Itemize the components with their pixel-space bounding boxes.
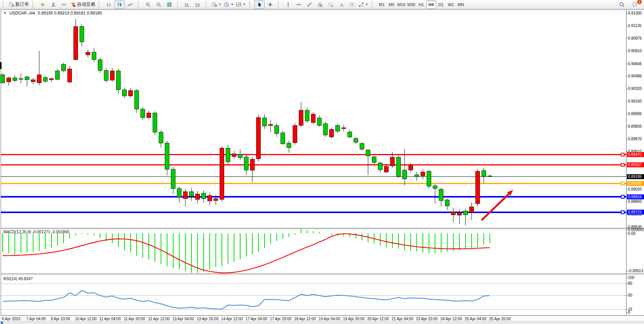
current-price-line-price-label: 0.89185 <box>627 174 644 179</box>
rsi-tick-label: 0 <box>628 310 630 314</box>
text-icon: A <box>339 2 344 7</box>
auto-scroll-icon <box>185 2 190 7</box>
toolbar-group-objects: EFAT▼ <box>282 0 371 9</box>
status-bar <box>0 321 644 324</box>
vertical-line-button[interactable] <box>283 0 293 9</box>
signals-button[interactable] <box>59 0 69 9</box>
horizontal-line-icon <box>296 2 301 7</box>
signals-icon <box>61 2 67 7</box>
tile-windows-button[interactable] <box>164 0 175 9</box>
templates-button[interactable]: ▼ <box>235 0 247 9</box>
tf-m30[interactable]: M30 <box>406 0 416 9</box>
market-watch-button[interactable] <box>37 0 48 9</box>
tf-m15[interactable]: M15 <box>397 0 406 9</box>
arrows-button[interactable]: ▼ <box>357 0 370 9</box>
connection-status-icon <box>1 322 3 324</box>
trendline-button[interactable] <box>304 0 315 9</box>
search-button[interactable] <box>617 0 627 9</box>
chevron-down-icon: ▼ <box>243 3 246 6</box>
support-line-2-price-label: 0.88723 <box>627 210 644 215</box>
price-tick-label: 0.91300 <box>628 11 642 15</box>
rsi-tick-label: 100 <box>628 276 634 280</box>
periods-icon <box>224 2 229 7</box>
price-tick-label: 0.89670 <box>628 137 642 141</box>
toolbar-grip <box>249 2 252 8</box>
price-tick-label: 0.89020 <box>628 187 642 191</box>
new-order-button[interactable]: 新订单 <box>8 0 30 9</box>
candlestick-button[interactable] <box>114 0 125 9</box>
tf-m5[interactable]: M5 <box>387 0 397 9</box>
notification-badge: 1 <box>637 0 642 5</box>
resistance-line-1-price-label: 0.89470 <box>627 152 644 157</box>
indicators-button[interactable]: ▼ <box>210 0 223 9</box>
horizontal-line-button[interactable] <box>293 0 304 9</box>
text-button[interactable]: A <box>336 0 347 9</box>
toolbar-group-timeframes: M1M5M15M30H1H4D1W1MN <box>376 0 467 9</box>
toolbar-grip <box>3 2 5 8</box>
cursor-icon <box>257 2 262 7</box>
fibonacci-button[interactable]: F <box>325 0 336 9</box>
time-tick-label: 10 Apr 12:00 <box>75 317 97 321</box>
time-tick-label: 25 Apr 20:00 <box>489 317 511 321</box>
toolbar-right: 1 <box>617 0 642 9</box>
equidistant-channel-button[interactable]: E <box>315 0 325 9</box>
toolbar-grip <box>138 2 140 8</box>
auto-scroll-button[interactable] <box>182 0 193 9</box>
rsi-tick-label: 50 <box>628 293 632 297</box>
new-order-button-label: 新订单 <box>15 1 29 8</box>
time-tick-label: 21 Apr 04:00 <box>392 317 413 321</box>
tf-h1[interactable]: H1 <box>416 0 426 9</box>
time-tick-label: 19 Apr 04:00 <box>319 317 340 321</box>
arrows-tool-icon <box>359 2 364 7</box>
zoom-out-button[interactable] <box>153 0 164 9</box>
cursor-button[interactable] <box>254 0 265 9</box>
time-tick-label: 17 Apr 20:00 <box>270 317 292 321</box>
line-chart-icon <box>128 2 133 7</box>
chart-title: ▼ USDCHF-,H4 0.89195 0.89213 0.89181 0.8… <box>3 11 102 15</box>
time-tick-label: 18 Apr 12:00 <box>294 317 316 321</box>
toolbar-grip <box>32 2 35 8</box>
resistance-line-2-price-label: 0.89337 <box>627 162 644 167</box>
notifications-button[interactable]: 1 <box>630 0 640 9</box>
time-tick-label: 25 Apr 04:00 <box>465 317 486 321</box>
price-tick-label: 0.90810 <box>628 49 642 53</box>
periods-button[interactable]: ▼ <box>223 0 235 9</box>
time-tick-label: 7 Apr 04:00 <box>26 317 46 321</box>
chevron-down-icon: ▼ <box>231 3 234 6</box>
symbol-timeframe-label: USDCHF-,H4 <box>10 11 35 15</box>
tf-w1[interactable]: W1 <box>446 0 456 9</box>
time-tick-label: 20 Apr 12:00 <box>367 317 389 321</box>
tf-d1[interactable]: D1 <box>436 0 446 9</box>
zoom-in-button[interactable] <box>143 0 153 9</box>
macd-tick-label: -0.00513 <box>628 269 643 273</box>
line-chart-button[interactable] <box>125 0 135 9</box>
toolbar-group-inserting: ▼▼▼ <box>209 0 248 9</box>
tf-h4[interactable]: H4 <box>426 0 436 9</box>
bar-chart-button[interactable] <box>104 0 114 9</box>
terminal-button[interactable] <box>48 0 59 9</box>
price-tick-label: 0.88860 <box>628 199 642 204</box>
text-label-icon: T <box>349 2 355 7</box>
zoom-in-icon <box>145 2 151 7</box>
toolbar-grip <box>278 2 281 8</box>
market-watch-icon <box>40 2 45 7</box>
templates-icon <box>236 2 241 7</box>
tf-m1[interactable]: M1 <box>377 0 387 9</box>
tf-mn[interactable]: MN <box>456 0 466 9</box>
autotrading-button[interactable]: 自动交易 <box>69 0 96 9</box>
chart-shift-button[interactable] <box>193 0 203 9</box>
symbol-dropdown-icon[interactable]: ▼ <box>3 11 6 15</box>
terminal-icon <box>51 2 56 7</box>
vertical-line-icon <box>285 2 291 7</box>
crosshair-button[interactable] <box>265 0 276 9</box>
chart-window <box>1 10 644 324</box>
trendline-icon <box>307 2 312 7</box>
toolbar-grip <box>372 2 375 8</box>
time-tick-label: 17 Apr 04:00 <box>245 317 267 321</box>
zoom-out-icon <box>156 2 161 7</box>
text-label-button[interactable]: T <box>347 0 357 9</box>
time-tick-label: 11 Apr 20:00 <box>124 317 145 321</box>
toolbar-grip <box>177 2 180 8</box>
svg-text:E: E <box>320 5 322 7</box>
toolbar-grip <box>99 2 101 8</box>
